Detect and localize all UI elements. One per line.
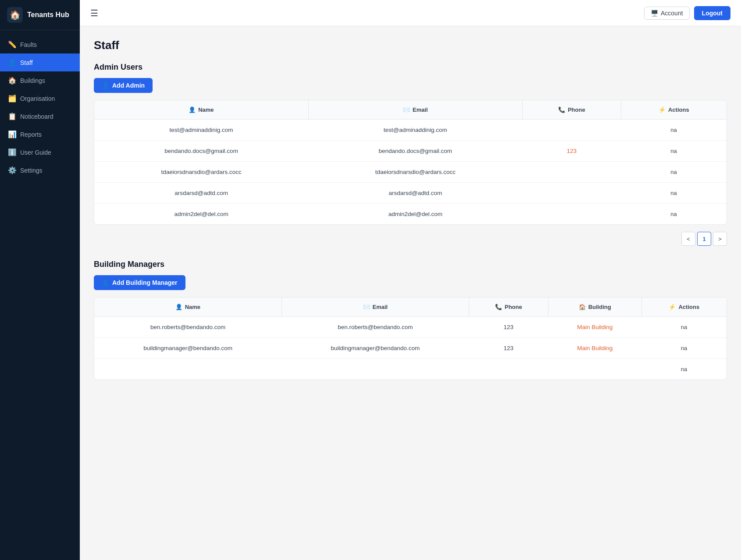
- sidebar-item-noticeboard[interactable]: 📋 Noticeboard: [0, 107, 80, 125]
- admin-phone-cell: 123: [522, 141, 621, 162]
- mgr-name-cell: ben.roberts@bendando.com: [94, 317, 281, 338]
- managers-section-title: Building Managers: [94, 260, 727, 269]
- mgr-phone-label: Phone: [505, 304, 522, 310]
- buildings-icon: 🏠: [8, 76, 16, 85]
- admin-actions-cell: na: [621, 204, 727, 225]
- logout-button[interactable]: Logout: [694, 6, 730, 20]
- admin-name-cell: arsdarsd@adtd.com: [94, 183, 308, 204]
- admin-phone-cell: [522, 204, 621, 225]
- page-1-button[interactable]: 1: [697, 232, 711, 246]
- admin-section-title: Admin Users: [94, 63, 727, 72]
- table-row: admin2del@del.com admin2del@del.com na: [94, 204, 727, 225]
- mgr-email-cell: ben.roberts@bendando.com: [281, 317, 469, 338]
- userguide-icon: ℹ️: [8, 148, 16, 156]
- admin-name-cell: test@adminaddinig.com: [94, 120, 308, 141]
- mgr-email-cell: buildingmanager@bendando.com: [281, 338, 469, 359]
- sidebar-item-label: Reports: [20, 131, 42, 138]
- mgr-phone-cell: [469, 359, 548, 380]
- mgr-building-icon: 🏠: [579, 304, 586, 310]
- email-col-label: Email: [413, 106, 428, 113]
- admin-table-header-row: 👤 Name ✉️ Email 📞: [94, 100, 727, 120]
- prev-page-button[interactable]: <: [681, 232, 695, 246]
- table-row: bendando.docs@gmail.com bendando.docs@gm…: [94, 141, 727, 162]
- mgr-th-phone: 📞 Phone: [469, 298, 548, 317]
- account-button[interactable]: 🖥️ Account: [644, 7, 690, 20]
- admin-table-container: 👤 Name ✉️ Email 📞: [94, 100, 727, 225]
- th-phone: 📞 Phone: [522, 100, 621, 120]
- sidebar-item-label: Noticeboard: [20, 113, 53, 120]
- header: ☰ 🖥️ Account Logout: [80, 0, 741, 26]
- admin-email-cell: admin2del@del.com: [308, 204, 522, 225]
- admin-email-cell: arsdarsd@adtd.com: [308, 183, 522, 204]
- menu-icon[interactable]: ☰: [90, 8, 98, 18]
- mgr-actions-cell: na: [641, 317, 727, 338]
- mgr-th-actions: ⚡ Actions: [641, 298, 727, 317]
- sidebar-item-reports[interactable]: 📊 Reports: [0, 125, 80, 143]
- table-row: test@adminaddinig.com test@adminaddinig.…: [94, 120, 727, 141]
- sidebar-item-staff[interactable]: 👤 Staff: [0, 53, 80, 71]
- table-row: tdaeiorsdnarsdio@ardars.cocc tdaeiorsdna…: [94, 162, 727, 183]
- phone-col-label: Phone: [568, 106, 585, 113]
- admin-phone-cell: [522, 162, 621, 183]
- admin-table: 👤 Name ✉️ Email 📞: [94, 100, 727, 224]
- header-left: ☰: [90, 8, 98, 18]
- page-title: Staff: [94, 39, 727, 52]
- manager-table-header-row: 👤 Name ✉️ Email 📞: [94, 298, 727, 317]
- admin-email-cell: tdaeiorsdnarsdio@ardars.cocc: [308, 162, 522, 183]
- sidebar-item-userguide[interactable]: ℹ️ User Guide: [0, 143, 80, 161]
- th-email: ✉️ Email: [308, 100, 522, 120]
- mgr-actions-cell: na: [641, 338, 727, 359]
- admin-pagination: < 1 >: [94, 232, 727, 246]
- content-area: Staff Admin Users 👤 Add Admin 👤 Name: [80, 26, 741, 560]
- main-wrapper: ☰ 🖥️ Account Logout Staff Admin Users 👤 …: [80, 0, 741, 560]
- actions-col-icon: ⚡: [659, 106, 666, 113]
- noticeboard-icon: 📋: [8, 112, 16, 121]
- logo-text: Tenants Hub: [27, 11, 69, 19]
- sidebar-nav: ✏️ Faults 👤 Staff 🏠 Buildings 🗂️ Organis…: [0, 30, 80, 184]
- sidebar-item-label: Staff: [20, 59, 33, 66]
- sidebar-item-buildings[interactable]: 🏠 Buildings: [0, 71, 80, 89]
- admin-actions-cell: na: [621, 162, 727, 183]
- sidebar-item-label: User Guide: [20, 149, 51, 156]
- staff-icon: 👤: [8, 58, 16, 67]
- sidebar: 🏠 Tenants Hub ✏️ Faults 👤 Staff 🏠 Buildi…: [0, 0, 80, 560]
- mgr-building-cell: Main Building: [548, 317, 641, 338]
- table-row: ben.roberts@bendando.com ben.roberts@ben…: [94, 317, 727, 338]
- mgr-phone-cell: 123: [469, 338, 548, 359]
- th-actions: ⚡ Actions: [621, 100, 727, 120]
- mgr-name-icon: 👤: [175, 304, 182, 310]
- mgr-phone-cell: 123: [469, 317, 548, 338]
- next-page-button[interactable]: >: [713, 232, 727, 246]
- add-manager-button[interactable]: 👤 Add Building Manager: [94, 275, 185, 290]
- add-admin-label: Add Admin: [112, 82, 145, 89]
- add-manager-label: Add Building Manager: [112, 279, 178, 286]
- admin-email-cell: test@adminaddinig.com: [308, 120, 522, 141]
- organisation-icon: 🗂️: [8, 94, 16, 103]
- sidebar-item-label: Faults: [20, 41, 37, 48]
- actions-col-label: Actions: [668, 106, 689, 113]
- settings-icon: ⚙️: [8, 166, 16, 174]
- sidebar-item-faults[interactable]: ✏️ Faults: [0, 35, 80, 53]
- mgr-actions-icon: ⚡: [669, 304, 676, 310]
- admin-name-cell: tdaeiorsdnarsdio@ardars.cocc: [94, 162, 308, 183]
- mgr-email-label: Email: [373, 304, 388, 310]
- add-admin-button[interactable]: 👤 Add Admin: [94, 78, 153, 93]
- sidebar-logo: 🏠 Tenants Hub: [0, 0, 80, 30]
- add-manager-icon: 👤: [102, 279, 109, 286]
- mgr-name-cell: buildingmanager@bendando.com: [94, 338, 281, 359]
- admin-name-cell: admin2del@del.com: [94, 204, 308, 225]
- mgr-name-cell: [94, 359, 281, 380]
- name-col-icon: 👤: [189, 106, 196, 113]
- add-admin-icon: 👤: [102, 82, 109, 89]
- admin-phone-cell: [522, 183, 621, 204]
- account-icon: 🖥️: [651, 10, 658, 17]
- sidebar-item-organisation[interactable]: 🗂️ Organisation: [0, 89, 80, 107]
- phone-col-icon: 📞: [558, 106, 565, 113]
- admin-actions-cell: na: [621, 141, 727, 162]
- admin-actions-cell: na: [621, 120, 727, 141]
- sidebar-item-settings[interactable]: ⚙️ Settings: [0, 161, 80, 179]
- mgr-email-icon: ✉️: [363, 304, 370, 310]
- admin-phone-cell: [522, 120, 621, 141]
- mgr-th-building: 🏠 Building: [548, 298, 641, 317]
- admin-actions-cell: na: [621, 183, 727, 204]
